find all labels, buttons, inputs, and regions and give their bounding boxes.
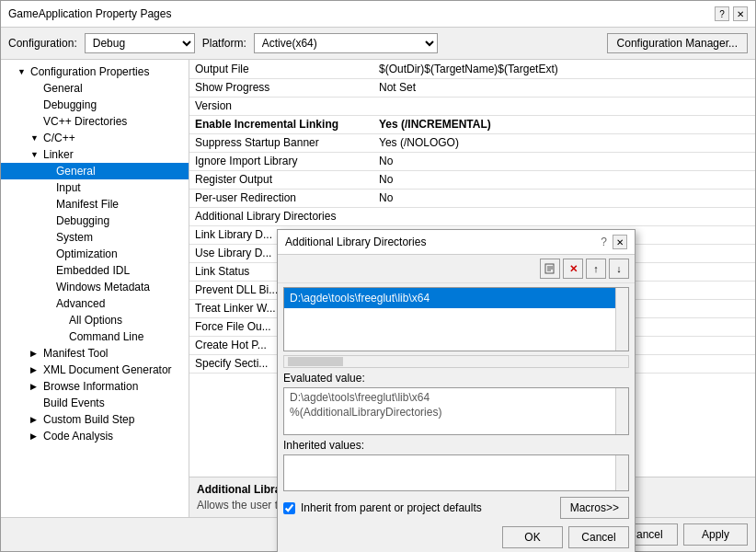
title-bar: GameApplication Property Pages ? ✕ [1, 1, 755, 28]
sidebar-item-linker-input[interactable]: Input [1, 179, 189, 196]
property-row[interactable]: Additional Library Directories [189, 207, 755, 225]
window-title: GameApplication Property Pages [8, 7, 171, 20]
sidebar-label-custom-build-step: Custom Build Step [43, 413, 134, 426]
dialog-inherited-box [283, 454, 629, 491]
evaluated-scrollbar[interactable] [615, 388, 628, 434]
dialog-list-item[interactable]: D:\agde\tools\freeglut\lib\x64 [284, 288, 628, 308]
sidebar-item-debugging[interactable]: Debugging [1, 97, 189, 113]
property-value: Not Set [373, 78, 755, 97]
evaluated-line-1: D:\agde\tools\freeglut\lib\x64 [288, 390, 624, 405]
sidebar-item-linker-optimization[interactable]: Optimization [1, 246, 189, 262]
dialog-evaluated-label: Evaluated value: [283, 372, 629, 385]
delete-item-button[interactable]: ✕ [563, 259, 583, 279]
property-name: Additional Library Directories [189, 207, 373, 225]
macros-button[interactable]: Macros>> [560, 497, 629, 519]
sidebar-item-linker[interactable]: ▼Linker [1, 146, 189, 163]
new-item-button[interactable] [540, 259, 560, 279]
config-row: Configuration: Debug Platform: Active(x6… [1, 28, 755, 60]
sidebar-label-linker-command: Command Line [69, 330, 143, 343]
close-button[interactable]: ✕ [733, 6, 748, 21]
dialog-toolbar: ✕ ↑ ↓ [278, 255, 635, 283]
tree-arrow-manifest-tool: ▶ [30, 349, 43, 358]
property-name: Show Progress [189, 78, 373, 97]
dialog-hscroll-thumb [288, 357, 343, 366]
property-row[interactable]: Suppress Startup BannerYes (/NOLOGO) [189, 133, 755, 152]
platform-label: Platform: [202, 37, 246, 50]
dialog-list-scrollbar[interactable] [615, 288, 628, 351]
sidebar-item-custom-build-step[interactable]: ▶Custom Build Step [1, 411, 189, 428]
property-value: $(OutDir)$(TargetName)$(TargetExt) [373, 60, 755, 78]
dialog-help-icon[interactable]: ? [601, 236, 607, 248]
property-name: Enable Incremental Linking [189, 115, 373, 133]
dialog-inherited-label: Inherited values: [283, 439, 629, 452]
sidebar-label-linker-all-options: All Options [69, 314, 122, 327]
property-value: No [373, 189, 755, 207]
platform-select[interactable]: Active(x64) [254, 33, 438, 53]
tree-arrow-browse-information: ▶ [30, 382, 43, 391]
sidebar: ▼Configuration PropertiesGeneralDebuggin… [1, 60, 189, 517]
sidebar-item-configuration-properties[interactable]: ▼Configuration Properties [1, 63, 189, 80]
sidebar-item-manifest-tool[interactable]: ▶Manifest Tool [1, 345, 189, 362]
sidebar-item-code-analysis[interactable]: ▶Code Analysis [1, 428, 189, 444]
apply-button[interactable]: Apply [683, 523, 748, 546]
sidebar-label-general: General [43, 82, 83, 95]
sidebar-item-linker-general[interactable]: General [1, 163, 189, 179]
config-manager-button[interactable]: Configuration Manager... [607, 33, 748, 53]
property-value [373, 207, 755, 225]
help-button[interactable]: ? [715, 6, 729, 21]
sidebar-label-linker-windows-metadata: Windows Metadata [56, 281, 150, 293]
property-row[interactable]: Enable Incremental LinkingYes (/INCREMEN… [189, 115, 755, 133]
sidebar-item-linker-manifest-file[interactable]: Manifest File [1, 196, 189, 213]
property-row[interactable]: Output File$(OutDir)$(TargetName)$(Targe… [189, 60, 755, 78]
sidebar-label-debugging: Debugging [43, 98, 97, 111]
dialog-list-area: D:\agde\tools\freeglut\lib\x64 [283, 287, 629, 351]
sidebar-label-linker-input: Input [56, 181, 81, 194]
move-down-button[interactable]: ↓ [609, 259, 629, 279]
evaluated-line-2: %(AdditionalLibraryDirectories) [288, 405, 624, 420]
property-row[interactable]: Show ProgressNot Set [189, 78, 755, 97]
sidebar-item-xml-document-generator[interactable]: ▶XML Document Generator [1, 362, 189, 378]
sidebar-item-linker-all-options[interactable]: All Options [1, 312, 189, 328]
sidebar-item-c-cpp[interactable]: ▼C/C++ [1, 130, 189, 146]
property-row[interactable]: Ignore Import LibraryNo [189, 152, 755, 170]
tree-arrow-code-analysis: ▶ [30, 431, 43, 441]
sidebar-item-linker-debugging[interactable]: Debugging [1, 213, 189, 229]
property-name: Output File [189, 60, 373, 78]
inherit-checkbox[interactable] [283, 502, 295, 514]
sidebar-label-linker-debugging: Debugging [56, 214, 109, 227]
property-value: No [373, 152, 755, 170]
property-row[interactable]: Per-user RedirectionNo [189, 189, 755, 207]
sidebar-label-linker-system: System [56, 231, 93, 244]
property-value: Yes (/INCREMENTAL) [373, 115, 755, 133]
sidebar-item-linker-advanced[interactable]: Advanced [1, 295, 189, 312]
sidebar-item-linker-windows-metadata[interactable]: Windows Metadata [1, 279, 189, 295]
property-name: Version [189, 97, 373, 115]
sidebar-label-linker-optimization: Optimization [56, 247, 118, 260]
sidebar-item-linker-embedded-idl[interactable]: Embedded IDL [1, 262, 189, 279]
additional-library-dialog[interactable]: Additional Library Directories ? ✕ ✕ ↑ ↓… [277, 229, 636, 552]
dialog-ok-button[interactable]: OK [502, 526, 563, 548]
move-up-button[interactable]: ↑ [586, 259, 606, 279]
dialog-title: Additional Library Directories [285, 236, 426, 248]
dialog-cancel-button[interactable]: Cancel [568, 526, 629, 548]
property-name: Per-user Redirection [189, 189, 373, 207]
property-name: Suppress Startup Banner [189, 133, 373, 152]
dialog-close-button[interactable]: ✕ [613, 235, 627, 249]
sidebar-label-linker-embedded-idl: Embedded IDL [56, 264, 130, 277]
dialog-hscroll[interactable] [283, 355, 629, 368]
sidebar-item-browse-information[interactable]: ▶Browse Information [1, 378, 189, 395]
config-select[interactable]: Debug [85, 33, 195, 53]
sidebar-item-build-events[interactable]: Build Events [1, 395, 189, 411]
sidebar-label-vc-directories: VC++ Directories [43, 115, 127, 128]
dialog-title-bar: Additional Library Directories ? ✕ [278, 230, 635, 255]
sidebar-label-configuration-properties: Configuration Properties [30, 65, 149, 78]
property-value: No [373, 170, 755, 189]
property-row[interactable]: Version [189, 97, 755, 115]
sidebar-item-vc-directories[interactable]: VC++ Directories [1, 113, 189, 130]
property-name: Register Output [189, 170, 373, 189]
sidebar-item-general[interactable]: General [1, 80, 189, 97]
sidebar-item-linker-system[interactable]: System [1, 229, 189, 246]
inherited-scrollbar[interactable] [615, 455, 628, 490]
sidebar-item-linker-command[interactable]: Command Line [1, 328, 189, 345]
property-row[interactable]: Register OutputNo [189, 170, 755, 189]
